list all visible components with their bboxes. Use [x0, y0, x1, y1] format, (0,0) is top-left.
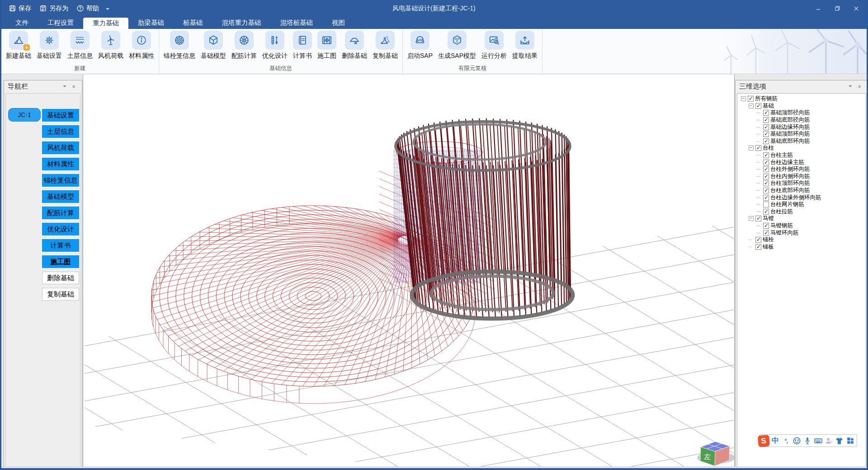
tree-expander-icon[interactable]: − — [741, 96, 746, 101]
view-cube[interactable]: 左 — [697, 442, 735, 466]
checkbox-checked[interactable] — [763, 188, 769, 193]
ribbon-tab[interactable]: 肋梁基础 — [128, 17, 174, 29]
tree-expander-icon[interactable]: − — [749, 216, 754, 221]
navigator-button[interactable]: 土层信息 — [42, 125, 79, 138]
checkbox-checked[interactable] — [763, 138, 769, 144]
navigator-button[interactable]: 基础模型 — [42, 190, 79, 203]
ribbon-tab[interactable]: 工程设置 — [38, 17, 83, 29]
ribbon-button[interactable]: 配筋计算 — [231, 31, 258, 65]
tree-label[interactable]: 台柱网片钢筋 — [770, 201, 804, 208]
ribbon-tab[interactable]: 混塔重力基础 — [212, 17, 271, 29]
checkbox-checked[interactable] — [755, 244, 761, 250]
tree-label[interactable]: 基础底部径向筋 — [770, 116, 810, 124]
tree-label[interactable]: 台柱内侧环向筋 — [770, 173, 810, 180]
navigator-button[interactable]: 施工图 — [42, 255, 79, 268]
tree-label[interactable]: 基础边缘环向筋 — [770, 123, 810, 131]
minimize-button[interactable] — [811, 3, 826, 14]
sogou-logo-icon[interactable]: S — [758, 435, 769, 447]
tree-label[interactable]: 马镫 — [763, 215, 774, 222]
checkbox-checked[interactable] — [763, 117, 769, 123]
ribbon-tab[interactable]: 混塔桩基础 — [271, 17, 323, 29]
navigator-collapse-icon[interactable] — [60, 85, 69, 88]
checkbox-checked[interactable] — [763, 223, 769, 229]
checkbox-checked[interactable] — [755, 145, 761, 151]
checkbox-checked[interactable] — [763, 166, 769, 172]
checkbox-checked[interactable] — [763, 131, 769, 137]
save-as-button[interactable]: 另存为 — [37, 3, 71, 14]
checkbox-checked[interactable] — [755, 237, 761, 243]
restore-button[interactable] — [830, 3, 845, 14]
checkbox-checked[interactable] — [755, 216, 761, 221]
toolbox-icon[interactable] — [845, 436, 855, 446]
user-login-icon[interactable]: 22 — [824, 436, 834, 446]
ribbon-button[interactable]: 施工图 — [316, 31, 337, 65]
ribbon-button[interactable]: 删除基础 — [341, 31, 368, 65]
tree-label[interactable]: 基础顶部径向筋 — [770, 109, 810, 117]
tree-label[interactable]: 所有钢筋 — [755, 95, 778, 103]
navigator-button[interactable]: 优化设计 — [42, 223, 79, 235]
navigator-button[interactable]: 基础设置 — [42, 109, 79, 122]
checkbox-checked[interactable] — [763, 110, 769, 116]
checkbox-checked[interactable] — [763, 195, 769, 201]
tree-label[interactable]: 台柱边缘外侧环向筋 — [770, 194, 821, 202]
tree-label[interactable]: 台柱外侧环向筋 — [770, 165, 810, 173]
checkbox-checked[interactable] — [763, 152, 769, 158]
checkbox-checked[interactable] — [763, 230, 769, 236]
project-tab[interactable]: JC-1 — [8, 108, 41, 122]
navigator-button[interactable]: 复制基础 — [42, 288, 79, 301]
microphone-icon[interactable] — [803, 436, 812, 446]
ribbon-button[interactable]: 计算书 — [292, 31, 313, 65]
save-button[interactable]: 保存 — [6, 3, 34, 14]
keyboard-icon[interactable] — [813, 436, 823, 446]
ribbon-button[interactable]: 复制基础 — [372, 31, 399, 65]
checkbox-unchecked[interactable] — [763, 202, 769, 207]
tree-expander-icon[interactable]: − — [749, 103, 754, 108]
tree-label[interactable]: 台柱 — [763, 144, 774, 152]
ribbon-tab[interactable]: 视图 — [322, 17, 354, 29]
punctuation-mode-icon[interactable]: °, — [781, 436, 791, 446]
tree-label[interactable]: 基础顶部环向筋 — [770, 130, 810, 138]
tree-label[interactable]: 台柱拉筋 — [770, 208, 793, 216]
options-3d-close-icon[interactable]: × — [855, 83, 864, 90]
ribbon-tab[interactable]: 重力基础 — [83, 18, 128, 29]
tree-label[interactable]: 台柱底部环向筋 — [770, 187, 810, 194]
ribbon-button[interactable]: 锚栓笼信息 — [163, 31, 196, 65]
ribbon-button[interactable]: 材料属性 — [128, 31, 155, 65]
navigator-button[interactable]: 删除基础 — [42, 272, 79, 284]
chinese-mode-icon[interactable]: 中 — [771, 436, 780, 446]
skin-icon[interactable] — [835, 436, 844, 446]
ribbon-button[interactable]: 基础模型 — [200, 31, 227, 65]
ribbon-button[interactable]: 土层信息 — [66, 31, 94, 65]
close-button[interactable] — [849, 3, 864, 14]
ribbon-button[interactable]: SAPC生成SAP模型 — [437, 31, 477, 65]
checkbox-checked[interactable] — [763, 124, 769, 130]
checkbox-checked[interactable] — [763, 160, 769, 165]
navigator-button[interactable]: 风机荷载 — [42, 141, 79, 154]
tree-label[interactable]: 锚板 — [763, 243, 774, 251]
navigator-button[interactable]: 材料属性 — [42, 158, 79, 170]
tree-expander-icon[interactable]: − — [749, 146, 754, 150]
help-button[interactable]: 帮助 — [74, 3, 102, 14]
ribbon-button[interactable]: 基础设置 — [36, 31, 63, 65]
tree-label[interactable]: 马镫钢筋 — [770, 222, 793, 230]
tree-label[interactable]: 基础底部环向筋 — [770, 137, 810, 145]
checkbox-checked[interactable] — [748, 96, 754, 102]
ribbon-button[interactable]: 提取结果 — [511, 31, 538, 65]
navigator-button[interactable]: 配筋计算 — [42, 207, 79, 219]
ribbon-button[interactable]: SAP启动SAP — [406, 31, 434, 65]
checkbox-checked[interactable] — [763, 174, 769, 179]
navigator-button[interactable]: 计算书 — [42, 239, 79, 252]
navigator-button[interactable]: 锚栓笼信息 — [42, 174, 79, 187]
ribbon-button[interactable]: 风机荷载 — [97, 31, 124, 65]
checkbox-checked[interactable] — [763, 209, 769, 215]
tree-label[interactable]: 锚栓 — [763, 236, 774, 244]
tree-label[interactable]: 基础 — [763, 102, 774, 110]
quick-access-caret-icon[interactable] — [105, 5, 110, 13]
tree-label[interactable]: 台柱边缘主筋 — [770, 159, 804, 166]
ribbon-button[interactable]: 运行分析 — [481, 31, 508, 65]
ribbon-tab[interactable]: 桩基础 — [174, 17, 212, 29]
emoji-icon[interactable] — [792, 436, 802, 446]
tree-label[interactable]: 马镫环向筋 — [770, 229, 799, 237]
tree-label[interactable]: 台柱主筋 — [770, 151, 793, 159]
ribbon-button[interactable]: +新建基础 — [5, 31, 32, 65]
